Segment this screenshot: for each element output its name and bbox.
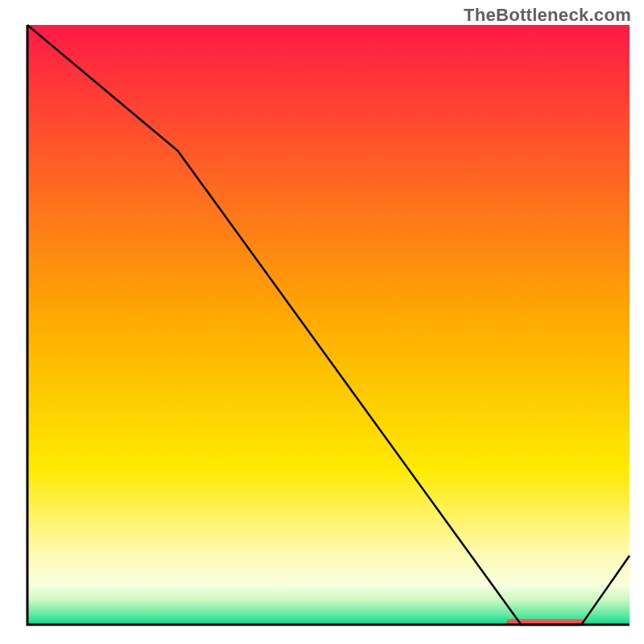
plot-background: [27, 25, 630, 625]
watermark-text: TheBottleneck.com: [464, 5, 631, 26]
line-chart: [0, 0, 644, 644]
chart-container: TheBottleneck.com: [0, 0, 644, 644]
